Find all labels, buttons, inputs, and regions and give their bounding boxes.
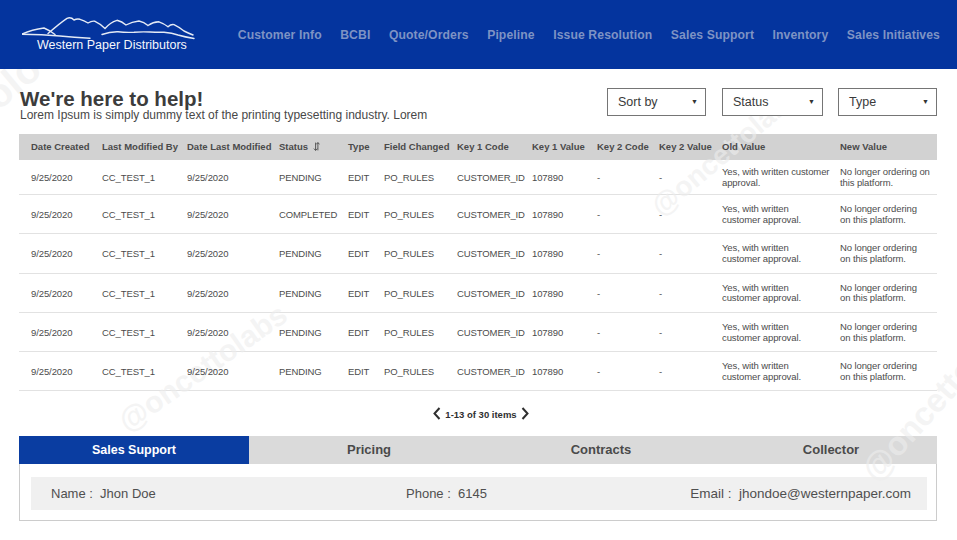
svg-text:Western Paper Distributors: Western Paper Distributors xyxy=(37,38,187,52)
